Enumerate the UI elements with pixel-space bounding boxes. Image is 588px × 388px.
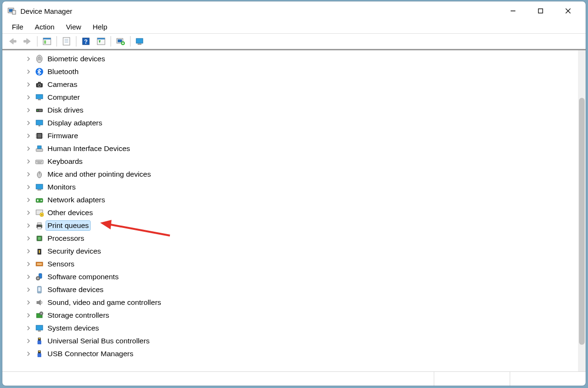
- menu-file[interactable]: File: [6, 21, 29, 32]
- minimize-button[interactable]: [499, 3, 527, 19]
- chevron-right-icon[interactable]: [25, 184, 32, 190]
- chevron-right-icon[interactable]: [25, 120, 32, 126]
- tree-item-label[interactable]: Software components: [46, 272, 120, 282]
- svg-point-26: [37, 55, 42, 63]
- tree-item-label[interactable]: Computer: [46, 93, 81, 102]
- tree-item[interactable]: Sensors: [2, 257, 578, 270]
- chevron-right-icon[interactable]: [25, 261, 32, 267]
- svg-point-92: [41, 313, 42, 314]
- tree-item[interactable]: Sound, video and game controllers: [2, 296, 578, 309]
- tree-item-label[interactable]: Biometric devices: [46, 54, 106, 64]
- svg-rect-88: [37, 301, 38, 304]
- tree-item[interactable]: Universal Serial Bus controllers: [2, 334, 578, 347]
- tree-item[interactable]: Monitors: [2, 180, 578, 193]
- tree-item[interactable]: Storage controllers: [2, 309, 578, 322]
- tree-item[interactable]: Display adapters: [2, 116, 578, 129]
- tree-item[interactable]: Firmware: [2, 129, 578, 142]
- chevron-right-icon[interactable]: [25, 274, 32, 280]
- chevron-right-icon[interactable]: [25, 94, 32, 101]
- chevron-right-icon[interactable]: [25, 222, 32, 229]
- chevron-right-icon[interactable]: [25, 299, 32, 306]
- scan-for-changes-button[interactable]: [133, 35, 147, 47]
- tree-item-label[interactable]: Software devices: [46, 285, 105, 294]
- disk-icon: [35, 105, 44, 115]
- tree-item-label[interactable]: Processors: [46, 234, 86, 243]
- tree-item[interactable]: Keyboards: [2, 155, 578, 168]
- chevron-right-icon[interactable]: [25, 312, 32, 319]
- tree-item[interactable]: Disk drives: [2, 104, 578, 116]
- chevron-right-icon[interactable]: [25, 171, 32, 178]
- chevron-right-icon[interactable]: [25, 197, 32, 203]
- svg-rect-32: [36, 95, 43, 99]
- chevron-right-icon[interactable]: [25, 158, 32, 165]
- chevron-right-icon[interactable]: [25, 68, 32, 75]
- tree-item-label[interactable]: Human Interface Devices: [46, 144, 131, 153]
- tree-item-label[interactable]: Cameras: [46, 80, 79, 89]
- chevron-right-icon[interactable]: [25, 107, 32, 114]
- swdev-icon: [35, 285, 44, 294]
- chevron-right-icon[interactable]: [25, 132, 32, 139]
- chevron-right-icon[interactable]: [25, 56, 32, 62]
- tree-item-label[interactable]: Bluetooth: [46, 67, 80, 76]
- menu-action[interactable]: Action: [29, 21, 60, 32]
- tree-item-label[interactable]: Disk drives: [46, 105, 85, 115]
- tree-item[interactable]: Biometric devices: [2, 52, 578, 65]
- close-button[interactable]: [554, 3, 582, 19]
- add-hardware-button[interactable]: [113, 35, 128, 47]
- tree-item[interactable]: Processors: [2, 232, 578, 245]
- chevron-right-icon[interactable]: [25, 350, 32, 357]
- chevron-right-icon[interactable]: [25, 235, 32, 242]
- scrollbar-thumb[interactable]: [579, 98, 585, 345]
- tree-item-label[interactable]: Mice and other pointing devices: [46, 170, 152, 179]
- tree-item-label[interactable]: Monitors: [46, 182, 77, 192]
- chevron-right-icon[interactable]: [25, 145, 32, 152]
- tree-item-label[interactable]: Firmware: [46, 131, 80, 141]
- tree-item-label[interactable]: Other devices: [46, 208, 94, 218]
- tree-item[interactable]: Mice and other pointing devices: [2, 168, 578, 180]
- menu-view[interactable]: View: [60, 21, 87, 32]
- menubar: File Action View Help: [2, 20, 586, 34]
- tree-item-label[interactable]: Sensors: [46, 259, 76, 269]
- tree-item-label[interactable]: Storage controllers: [46, 311, 111, 320]
- statusbar: [2, 371, 586, 386]
- tree-item-label[interactable]: System devices: [46, 323, 101, 333]
- tree-item-label[interactable]: Print queues: [46, 221, 90, 230]
- tree-item-label[interactable]: Universal Serial Bus controllers: [46, 336, 151, 346]
- nav-back-button[interactable]: [5, 35, 19, 47]
- chevron-right-icon[interactable]: [25, 248, 32, 255]
- show-hide-console-button[interactable]: [40, 35, 54, 47]
- tree-item-label[interactable]: USB Connector Managers: [46, 349, 135, 359]
- device-tree[interactable]: Biometric devicesBluetoothCamerasCompute…: [2, 50, 578, 371]
- tree-item[interactable]: Network adapters: [2, 193, 578, 206]
- tree-item[interactable]: Security devices: [2, 245, 578, 257]
- menu-help[interactable]: Help: [87, 21, 113, 32]
- chevron-right-icon[interactable]: [25, 81, 32, 88]
- tree-item-label[interactable]: Keyboards: [46, 157, 84, 166]
- properties-button[interactable]: [59, 35, 74, 47]
- tree-item-label[interactable]: Display adapters: [46, 118, 103, 128]
- tree-item-label[interactable]: Security devices: [46, 246, 103, 256]
- chevron-right-icon[interactable]: [25, 338, 32, 344]
- nav-forward-button[interactable]: [20, 35, 35, 47]
- vertical-scrollbar[interactable]: [578, 50, 586, 371]
- tree-item[interactable]: Computer: [2, 91, 578, 104]
- tree-item[interactable]: Print queues: [2, 219, 578, 232]
- tree-item[interactable]: Bluetooth: [2, 65, 578, 78]
- help-button[interactable]: ?: [79, 35, 93, 47]
- tree-item-label[interactable]: Sound, video and game controllers: [46, 298, 163, 307]
- tree-item[interactable]: Software components: [2, 270, 578, 283]
- tree-item-label[interactable]: Network adapters: [46, 195, 106, 205]
- maximize-button[interactable]: [527, 3, 554, 19]
- tree-item[interactable]: Software devices: [2, 283, 578, 296]
- svg-rect-8: [43, 38, 51, 39]
- tree-item[interactable]: System devices: [2, 322, 578, 334]
- tree-item[interactable]: Human Interface Devices: [2, 142, 578, 155]
- chevron-right-icon[interactable]: [25, 286, 32, 293]
- svg-rect-10: [63, 38, 70, 45]
- scan-hardware-button[interactable]: [94, 35, 108, 47]
- chevron-right-icon[interactable]: [25, 209, 32, 216]
- chevron-right-icon[interactable]: [25, 325, 32, 331]
- tree-item[interactable]: ?Other devices: [2, 206, 578, 219]
- tree-item[interactable]: Cameras: [2, 78, 578, 91]
- tree-item[interactable]: USB Connector Managers: [2, 347, 578, 360]
